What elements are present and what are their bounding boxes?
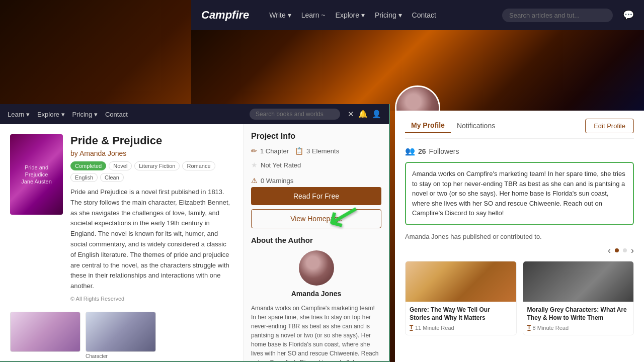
project-stats: ✏ 1 Chapter 📋 3 Elements xyxy=(251,147,381,155)
about-author-title: About the Author xyxy=(251,236,381,244)
tag-literary-fiction[interactable]: Literary Fiction xyxy=(134,161,180,170)
book-tags: Completed Novel Literary Fiction Romance… xyxy=(70,161,233,182)
book-title: Pride & Prejudice xyxy=(70,134,233,147)
article-meta-2: T̲ 8 Minute Read xyxy=(523,324,634,335)
overlay-search-input[interactable] xyxy=(250,109,340,120)
article-t-icon-1: T̲ xyxy=(410,324,413,331)
articles-nav: ‹ › xyxy=(405,245,634,256)
book-description: Pride and Prejudice is a novel first pub… xyxy=(70,187,233,292)
chat-icon[interactable]: 💬 xyxy=(623,10,634,21)
article-read-time-1: 11 Minute Read xyxy=(415,325,454,331)
book-cover-text: Pride and PrejudiceJane Austen xyxy=(10,161,63,188)
nav-dot-1[interactable] xyxy=(615,248,619,252)
author-profile: Amanda Jones xyxy=(251,250,381,298)
overlay-nav-contact[interactable]: Contact xyxy=(105,111,128,118)
thumbnails-row: Character xyxy=(10,312,233,359)
top-search-input[interactable] xyxy=(502,9,613,22)
article-image-1 xyxy=(406,261,516,302)
overlay-navbar: Learn ▾ Explore ▾ Pricing ▾ Contact ✕ 🔔 … xyxy=(0,104,389,124)
author-name[interactable]: Amanda Jones xyxy=(291,290,342,298)
clear-search-button[interactable]: ✕ xyxy=(348,110,354,119)
article-meta-1: T̲ 11 Minute Read xyxy=(406,324,516,335)
notification-bell-icon[interactable]: 🔔 xyxy=(358,110,368,119)
thumbnail-1[interactable] xyxy=(10,312,80,352)
article-card-2[interactable]: Morally Grey Characters: What Are They &… xyxy=(523,261,634,336)
project-info-title: Project Info xyxy=(251,132,381,141)
not-rated-text: Not Yet Rated xyxy=(261,161,301,169)
overlay-icons: ✕ 🔔 👤 xyxy=(348,110,381,119)
nav-contact[interactable]: Contact xyxy=(412,11,436,19)
rating-star-icon: ★ xyxy=(251,161,258,169)
prev-arrow-icon[interactable]: ‹ xyxy=(608,245,611,256)
nav-write[interactable]: Write ▾ xyxy=(269,11,291,19)
book-copyright: © All Rights Reserved xyxy=(70,296,233,302)
overlay-nav-learn[interactable]: Learn ▾ xyxy=(8,111,30,118)
pencil-icon: ✏ xyxy=(251,147,257,155)
overlay-content: Pride and PrejudiceJane Austen Pride & P… xyxy=(0,124,389,361)
right-panel: My Profile Notifications Edit Profile 👥 … xyxy=(395,111,644,362)
elements-count: 3 Elements xyxy=(306,147,339,155)
thumbnail-2[interactable] xyxy=(86,312,156,352)
overlay-window: Learn ▾ Explore ▾ Pricing ▾ Contact ✕ 🔔 … xyxy=(0,104,390,362)
article-t-icon-2: T̲ xyxy=(527,324,531,331)
book-cover: Pride and PrejudiceJane Austen xyxy=(10,134,63,215)
followers-label: Followers xyxy=(429,147,459,155)
followers-number: 26 xyxy=(418,147,426,155)
tag-novel[interactable]: Novel xyxy=(109,161,132,170)
published-label: Amanda Jones has published or contribute… xyxy=(405,233,634,240)
elements-stat: 📋 3 Elements xyxy=(295,147,339,155)
bio-text: Amanda works on Campfire's marketing tea… xyxy=(412,170,625,217)
tab-my-profile[interactable]: My Profile xyxy=(405,118,451,133)
article-image-2 xyxy=(523,261,634,302)
profile-hero xyxy=(191,30,644,111)
tab-notifications[interactable]: Notifications xyxy=(451,119,501,133)
thumbnail-label-2: Character xyxy=(86,353,156,359)
article-title-2: Morally Grey Characters: What Are They &… xyxy=(523,302,634,325)
campfire-logo[interactable]: Campfire xyxy=(201,9,249,22)
elements-icon: 📋 xyxy=(295,147,303,155)
article-card-1[interactable]: Genre: The Way We Tell Our Stories and W… xyxy=(405,261,517,336)
profile-tabs: My Profile Notifications Edit Profile xyxy=(405,118,634,139)
user-menu-icon[interactable]: 👤 xyxy=(372,110,381,119)
followers-count: 👥 26 Followers xyxy=(405,146,634,156)
nav-dot-2[interactable] xyxy=(623,248,627,252)
warning-icon: ⚠ xyxy=(251,176,258,185)
warnings-count: 0 Warnings xyxy=(261,177,293,185)
author-bio: Amanda works on Campfire's marketing tea… xyxy=(251,304,381,361)
overlay-nav-pricing[interactable]: Pricing ▾ xyxy=(72,111,98,118)
author-avatar xyxy=(299,250,334,286)
book-detail: Pride and PrejudiceJane Austen Pride & P… xyxy=(0,124,243,361)
book-author[interactable]: by Amanda Jones xyxy=(70,149,233,157)
chapters-stat: ✏ 1 Chapter xyxy=(251,147,289,155)
read-for-free-button[interactable]: Read For Free xyxy=(251,187,381,205)
articles-grid: Genre: The Way We Tell Our Stories and W… xyxy=(405,261,634,336)
nav-learn[interactable]: Learn ~ xyxy=(301,11,326,19)
nav-explore[interactable]: Explore ▾ xyxy=(336,11,365,19)
tag-completed[interactable]: Completed xyxy=(70,161,106,170)
next-arrow-icon[interactable]: › xyxy=(631,245,634,256)
article-title-1: Genre: The Way We Tell Our Stories and W… xyxy=(406,302,516,325)
bio-box: Amanda works on Campfire's marketing tea… xyxy=(405,162,634,225)
project-sidebar: Project Info ✏ 1 Chapter 📋 3 Elements ★ … xyxy=(243,124,389,361)
tag-english[interactable]: English xyxy=(70,173,98,182)
followers-icon: 👥 xyxy=(405,146,415,156)
chapters-count: 1 Chapter xyxy=(260,147,289,155)
warnings-stat: ⚠ 0 Warnings xyxy=(251,176,381,185)
view-homepage-button[interactable]: View Homepage xyxy=(251,209,381,228)
tag-romance[interactable]: Romance xyxy=(182,161,215,170)
overlay-nav-explore[interactable]: Explore ▾ xyxy=(37,111,65,118)
top-navbar: Campfire Write ▾ Learn ~ Explore ▾ Prici… xyxy=(191,0,644,30)
nav-pricing[interactable]: Pricing ▾ xyxy=(375,11,402,19)
edit-profile-button[interactable]: Edit Profile xyxy=(585,119,634,133)
not-rated-row: ★ Not Yet Rated xyxy=(251,161,381,169)
tag-clean[interactable]: Clean xyxy=(100,173,124,182)
book-header: Pride and PrejudiceJane Austen Pride & P… xyxy=(10,134,233,302)
book-info: Pride & Prejudice by Amanda Jones Comple… xyxy=(70,134,233,302)
article-read-time-2: 8 Minute Read xyxy=(533,325,569,331)
thumbnail-label-1 xyxy=(10,353,80,359)
